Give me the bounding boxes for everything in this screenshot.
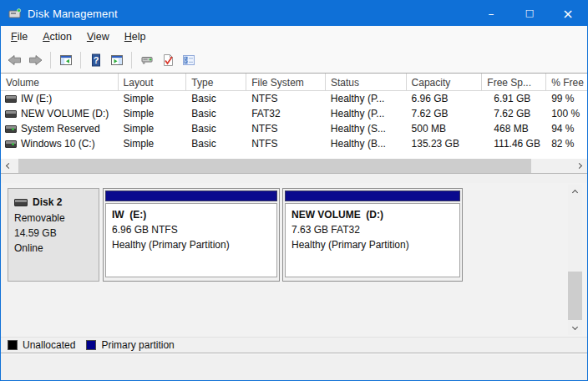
partition-d[interactable]: NEW VOLUME (D:) 7.63 GB FAT32 Healthy (P… (282, 188, 463, 282)
horizontal-scroll-track[interactable] (15, 159, 573, 173)
disk-management-window: Disk Management – □ × File Action View H… (0, 0, 588, 381)
legend-bar: Unallocated Primary partition (1, 337, 587, 353)
vertical-scrollbar[interactable] (568, 185, 582, 335)
column-header-volume[interactable]: Volume (1, 74, 119, 91)
volume-capacity: 500 MB (407, 123, 483, 135)
volume-drive-icon (5, 125, 17, 133)
menu-help[interactable]: Help (117, 28, 154, 46)
status-bar (1, 353, 587, 380)
volume-pct-free: 100 % (546, 108, 587, 119)
volume-type: Basic (186, 93, 246, 104)
close-button[interactable]: × (549, 1, 587, 26)
horizontal-scroll-thumb[interactable] (18, 159, 531, 173)
menu-file[interactable]: File (3, 28, 35, 46)
show-console-tree-icon[interactable] (55, 50, 76, 70)
column-header-pct-free[interactable]: % Free (546, 74, 587, 91)
maximize-button[interactable]: □ (510, 1, 549, 26)
partition-size-fs: 7.63 GB FAT32 (291, 222, 454, 237)
volume-name: System Reserved (21, 123, 100, 135)
volume-capacity: 135.23 GB (407, 138, 483, 150)
volume-type: Basic (186, 138, 246, 150)
volume-pct-free: 82 % (546, 138, 587, 150)
help-icon[interactable]: ? (85, 50, 106, 70)
partition-status: Healthy (Primary Partition) (291, 237, 454, 252)
volume-capacity: 7.62 GB (407, 108, 483, 119)
volume-table-header: Volume Layout Type File System Status Ca… (1, 74, 587, 91)
horizontal-scrollbar[interactable] (1, 159, 587, 173)
column-header-free-space[interactable]: Free Sp... (482, 74, 546, 91)
volume-drive-icon (5, 95, 17, 103)
volume-type: Basic (186, 108, 246, 119)
legend-unallocated-label: Unallocated (23, 339, 75, 351)
volume-file-system: NTFS (246, 123, 326, 135)
volume-name: IW (E:) (21, 93, 52, 104)
scroll-left-icon[interactable] (1, 159, 15, 173)
menu-view[interactable]: View (79, 28, 117, 46)
volume-status: Healthy (S... (326, 123, 407, 135)
volume-type: Basic (186, 123, 246, 135)
column-header-capacity[interactable]: Capacity (407, 74, 483, 91)
volume-status: Healthy (B... (326, 138, 407, 150)
disk-status: Online (14, 241, 99, 256)
volume-list-pane: Volume Layout Type File System Status Ca… (1, 73, 587, 174)
volume-row-system-reserved[interactable]: System Reserved Simple Basic NTFS Health… (1, 121, 587, 136)
column-header-layout[interactable]: Layout (119, 74, 187, 91)
disk-info-panel[interactable]: Disk 2 Removable 14.59 GB Online (8, 188, 99, 282)
volume-file-system: NTFS (246, 138, 326, 150)
legend-unallocated-swatch (8, 340, 18, 350)
disk-graph-pane: Disk 2 Removable 14.59 GB Online IW (E:)… (1, 183, 587, 337)
volume-layout: Simple (119, 138, 187, 150)
volume-name: NEW VOLUME (D:) (21, 108, 109, 119)
toolbar: ? (1, 48, 587, 73)
titlebar: Disk Management – □ × (1, 1, 587, 26)
menu-action[interactable]: Action (35, 28, 79, 46)
window-controls: – □ × (472, 1, 587, 26)
legend-primary-partition-swatch (86, 340, 96, 350)
volume-name: Windows 10 (C:) (21, 138, 95, 150)
disk-name: Disk 2 (33, 195, 62, 210)
volume-capacity: 6.96 GB (407, 93, 483, 104)
toolbar-separator (80, 52, 81, 69)
volume-free-space: 6.91 GB (482, 93, 546, 104)
column-header-file-system[interactable]: File System (246, 74, 326, 91)
volume-row-c[interactable]: Windows 10 (C:) Simple Basic NTFS Health… (1, 136, 587, 151)
disk-drive-app-icon (8, 8, 22, 19)
volume-drive-icon (5, 110, 17, 118)
partition-size-fs: 6.96 GB NTFS (112, 222, 271, 237)
back-icon[interactable] (4, 50, 25, 70)
column-header-status[interactable]: Status (326, 74, 407, 91)
volume-file-system: NTFS (246, 93, 326, 104)
device-properties-icon[interactable] (136, 50, 157, 70)
volume-row-e[interactable]: IW (E:) Simple Basic NTFS Healthy (P... … (1, 91, 587, 106)
volume-row-d[interactable]: NEW VOLUME (D:) Simple Basic FAT32 Healt… (1, 106, 587, 121)
partition-name: IW (E:) (112, 207, 271, 222)
partition-color-bar (105, 190, 277, 201)
volume-pct-free: 99 % (546, 93, 587, 104)
window-title: Disk Management (28, 8, 118, 20)
partition-color-bar (285, 190, 460, 201)
pane-splitter[interactable] (1, 174, 587, 183)
disk-type: Removable (14, 211, 99, 226)
partition-e[interactable]: IW (E:) 6.96 GB NTFS Healthy (Primary Pa… (103, 188, 280, 282)
toolbar-separator (131, 52, 132, 69)
volume-free-space: 7.62 GB (482, 108, 546, 119)
forward-icon[interactable] (25, 50, 46, 70)
validate-document-icon[interactable] (157, 50, 178, 70)
vertical-scroll-thumb[interactable] (568, 272, 582, 320)
svg-text:?: ? (93, 55, 99, 65)
show-action-pane-icon[interactable] (106, 50, 127, 70)
scroll-right-icon[interactable] (573, 159, 587, 173)
checklist-icon[interactable] (178, 50, 199, 70)
volume-drive-icon (5, 140, 17, 148)
scroll-down-icon[interactable] (568, 321, 582, 335)
scroll-up-icon[interactable] (568, 185, 582, 199)
partition-name: NEW VOLUME (D:) (291, 207, 454, 222)
partition-status: Healthy (Primary Partition) (112, 237, 271, 252)
minimize-button[interactable]: – (472, 1, 510, 26)
volume-pct-free: 94 % (546, 123, 587, 135)
volume-free-space: 468 MB (482, 123, 546, 135)
disk-drive-icon (14, 199, 28, 206)
volume-layout: Simple (119, 93, 187, 104)
volume-layout: Simple (119, 108, 187, 119)
column-header-type[interactable]: Type (186, 74, 246, 91)
